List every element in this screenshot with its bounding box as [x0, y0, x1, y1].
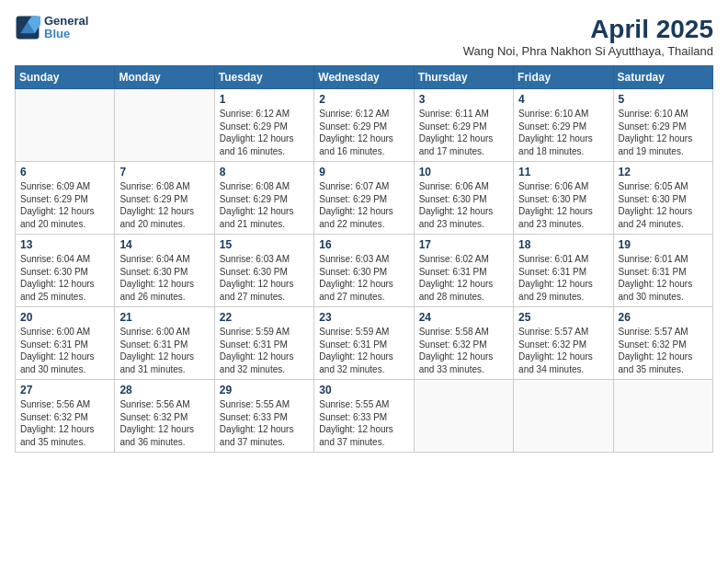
calendar-cell: 6Sunrise: 6:09 AM Sunset: 6:29 PM Daylig…	[16, 162, 115, 235]
calendar-cell: 5Sunrise: 6:10 AM Sunset: 6:29 PM Daylig…	[613, 89, 712, 162]
day-number: 26	[619, 311, 708, 324]
day-info: Sunrise: 6:11 AM Sunset: 6:29 PM Dayligh…	[419, 108, 508, 157]
calendar-week-2: 6Sunrise: 6:09 AM Sunset: 6:29 PM Daylig…	[16, 162, 713, 235]
day-number: 18	[518, 238, 608, 251]
calendar-header-tuesday: Tuesday	[214, 66, 313, 89]
day-info: Sunrise: 6:04 AM Sunset: 6:30 PM Dayligh…	[20, 253, 109, 303]
calendar-cell	[514, 380, 613, 453]
day-info: Sunrise: 6:06 AM Sunset: 6:30 PM Dayligh…	[419, 180, 508, 230]
day-info: Sunrise: 6:03 AM Sunset: 6:30 PM Dayligh…	[220, 253, 309, 303]
calendar-cell: 10Sunrise: 6:06 AM Sunset: 6:30 PM Dayli…	[414, 162, 513, 235]
calendar-cell: 18Sunrise: 6:01 AM Sunset: 6:31 PM Dayli…	[514, 235, 613, 307]
day-number: 1	[220, 93, 309, 106]
day-number: 28	[119, 384, 209, 396]
calendar-cell	[613, 380, 712, 453]
day-info: Sunrise: 6:12 AM Sunset: 6:29 PM Dayligh…	[319, 108, 408, 157]
calendar-week-1: 1Sunrise: 6:12 AM Sunset: 6:29 PM Daylig…	[16, 89, 713, 162]
calendar-cell	[115, 89, 214, 162]
day-number: 22	[220, 311, 309, 324]
day-number: 14	[119, 238, 209, 251]
day-info: Sunrise: 5:59 AM Sunset: 6:31 PM Dayligh…	[220, 326, 309, 375]
day-number: 10	[419, 166, 508, 178]
day-info: Sunrise: 5:55 AM Sunset: 6:33 PM Dayligh…	[220, 398, 309, 448]
day-info: Sunrise: 6:01 AM Sunset: 6:31 PM Dayligh…	[619, 253, 708, 303]
day-info: Sunrise: 5:55 AM Sunset: 6:33 PM Dayligh…	[319, 398, 408, 448]
day-number: 4	[518, 93, 608, 106]
day-info: Sunrise: 6:10 AM Sunset: 6:29 PM Dayligh…	[518, 108, 608, 157]
calendar-week-5: 27Sunrise: 5:56 AM Sunset: 6:32 PM Dayli…	[16, 380, 713, 453]
calendar-header-saturday: Saturday	[613, 66, 712, 89]
day-number: 6	[20, 166, 109, 178]
calendar-cell: 20Sunrise: 6:00 AM Sunset: 6:31 PM Dayli…	[16, 307, 115, 380]
day-number: 17	[419, 238, 508, 251]
day-info: Sunrise: 6:03 AM Sunset: 6:30 PM Dayligh…	[319, 253, 408, 303]
day-info: Sunrise: 6:08 AM Sunset: 6:29 PM Dayligh…	[119, 180, 209, 230]
calendar-cell: 7Sunrise: 6:08 AM Sunset: 6:29 PM Daylig…	[115, 162, 214, 235]
day-number: 12	[619, 166, 708, 178]
day-info: Sunrise: 5:56 AM Sunset: 6:32 PM Dayligh…	[119, 398, 209, 448]
calendar-cell: 25Sunrise: 5:57 AM Sunset: 6:32 PM Dayli…	[514, 307, 613, 380]
calendar-cell: 23Sunrise: 5:59 AM Sunset: 6:31 PM Dayli…	[314, 307, 414, 380]
calendar-cell: 21Sunrise: 6:00 AM Sunset: 6:31 PM Dayli…	[115, 307, 214, 380]
day-info: Sunrise: 6:07 AM Sunset: 6:29 PM Dayligh…	[319, 180, 408, 230]
calendar-cell: 11Sunrise: 6:06 AM Sunset: 6:30 PM Dayli…	[514, 162, 613, 235]
day-info: Sunrise: 6:00 AM Sunset: 6:31 PM Dayligh…	[20, 326, 109, 375]
day-info: Sunrise: 6:06 AM Sunset: 6:30 PM Dayligh…	[518, 180, 608, 230]
calendar-cell: 28Sunrise: 5:56 AM Sunset: 6:32 PM Dayli…	[115, 380, 214, 453]
day-number: 7	[119, 166, 209, 178]
calendar-cell: 3Sunrise: 6:11 AM Sunset: 6:29 PM Daylig…	[414, 89, 513, 162]
day-info: Sunrise: 6:04 AM Sunset: 6:30 PM Dayligh…	[119, 253, 209, 303]
day-info: Sunrise: 5:57 AM Sunset: 6:32 PM Dayligh…	[619, 326, 708, 375]
calendar-cell	[16, 89, 115, 162]
day-number: 13	[20, 238, 109, 251]
day-info: Sunrise: 6:02 AM Sunset: 6:31 PM Dayligh…	[419, 253, 508, 303]
day-info: Sunrise: 6:05 AM Sunset: 6:30 PM Dayligh…	[619, 180, 708, 230]
day-info: Sunrise: 5:56 AM Sunset: 6:32 PM Dayligh…	[20, 398, 109, 448]
calendar-week-3: 13Sunrise: 6:04 AM Sunset: 6:30 PM Dayli…	[16, 235, 713, 307]
page-subtitle: Wang Noi, Phra Nakhon Si Ayutthaya, Thai…	[463, 44, 713, 58]
day-number: 8	[220, 166, 309, 178]
calendar-cell: 1Sunrise: 6:12 AM Sunset: 6:29 PM Daylig…	[214, 89, 313, 162]
day-number: 23	[319, 311, 408, 324]
day-number: 27	[20, 384, 109, 396]
day-number: 9	[319, 166, 408, 178]
calendar-cell: 15Sunrise: 6:03 AM Sunset: 6:30 PM Dayli…	[214, 235, 313, 307]
logo: General Blue	[15, 15, 88, 41]
calendar-cell: 2Sunrise: 6:12 AM Sunset: 6:29 PM Daylig…	[314, 89, 414, 162]
day-info: Sunrise: 5:57 AM Sunset: 6:32 PM Dayligh…	[518, 326, 608, 375]
page-title: April 2025	[463, 15, 713, 44]
calendar-header-monday: Monday	[115, 66, 214, 89]
calendar-cell: 26Sunrise: 5:57 AM Sunset: 6:32 PM Dayli…	[613, 307, 712, 380]
day-info: Sunrise: 6:10 AM Sunset: 6:29 PM Dayligh…	[619, 108, 708, 157]
calendar-cell: 22Sunrise: 5:59 AM Sunset: 6:31 PM Dayli…	[214, 307, 313, 380]
calendar-table: SundayMondayTuesdayWednesdayThursdayFrid…	[15, 65, 713, 453]
calendar-header-wednesday: Wednesday	[314, 66, 414, 89]
day-number: 25	[518, 311, 608, 324]
calendar-header-sunday: Sunday	[16, 66, 115, 89]
day-info: Sunrise: 5:58 AM Sunset: 6:32 PM Dayligh…	[419, 326, 508, 375]
day-number: 2	[319, 93, 408, 106]
day-info: Sunrise: 6:01 AM Sunset: 6:31 PM Dayligh…	[518, 253, 608, 303]
day-number: 24	[419, 311, 508, 324]
day-number: 16	[319, 238, 408, 251]
day-info: Sunrise: 5:59 AM Sunset: 6:31 PM Dayligh…	[319, 326, 408, 375]
calendar-cell: 14Sunrise: 6:04 AM Sunset: 6:30 PM Dayli…	[115, 235, 214, 307]
day-info: Sunrise: 6:00 AM Sunset: 6:31 PM Dayligh…	[119, 326, 209, 375]
calendar-cell: 29Sunrise: 5:55 AM Sunset: 6:33 PM Dayli…	[214, 380, 313, 453]
day-number: 20	[20, 311, 109, 324]
calendar-cell	[414, 380, 513, 453]
calendar-cell: 17Sunrise: 6:02 AM Sunset: 6:31 PM Dayli…	[414, 235, 513, 307]
calendar-cell: 12Sunrise: 6:05 AM Sunset: 6:30 PM Dayli…	[613, 162, 712, 235]
calendar-header-friday: Friday	[514, 66, 613, 89]
calendar-cell: 8Sunrise: 6:08 AM Sunset: 6:29 PM Daylig…	[214, 162, 313, 235]
calendar-cell: 9Sunrise: 6:07 AM Sunset: 6:29 PM Daylig…	[314, 162, 414, 235]
day-number: 21	[119, 311, 209, 324]
day-number: 19	[619, 238, 708, 251]
day-number: 5	[619, 93, 708, 106]
calendar-cell: 24Sunrise: 5:58 AM Sunset: 6:32 PM Dayli…	[414, 307, 513, 380]
day-info: Sunrise: 6:08 AM Sunset: 6:29 PM Dayligh…	[220, 180, 309, 230]
logo-icon	[15, 15, 40, 40]
logo-text: General Blue	[44, 15, 88, 41]
day-number: 11	[518, 166, 608, 178]
calendar-cell: 27Sunrise: 5:56 AM Sunset: 6:32 PM Dayli…	[16, 380, 115, 453]
